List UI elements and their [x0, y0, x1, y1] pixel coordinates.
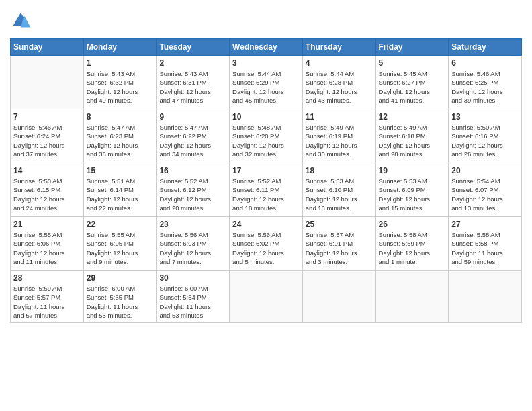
day-info: Sunrise: 5:43 AM Sunset: 6:32 PM Dayligh… [87, 69, 154, 105]
page: SundayMondayTuesdayWednesdayThursdayFrid… [0, 0, 532, 411]
calendar-week-row-1: 1Sunrise: 5:43 AM Sunset: 6:32 PM Daylig… [11, 56, 522, 109]
calendar-header-wednesday: Wednesday [230, 39, 303, 56]
day-info: Sunrise: 5:47 AM Sunset: 6:22 PM Dayligh… [159, 123, 226, 158]
calendar-cell-1-2: 1Sunrise: 5:43 AM Sunset: 6:32 PM Daylig… [83, 56, 157, 109]
day-info: Sunrise: 5:53 AM Sunset: 6:10 PM Dayligh… [306, 177, 373, 212]
day-info: Sunrise: 5:55 AM Sunset: 6:05 PM Dayligh… [87, 230, 154, 266]
calendar-week-row-3: 14Sunrise: 5:50 AM Sunset: 6:15 PM Dayli… [11, 163, 522, 217]
calendar-cell-3-2: 15Sunrise: 5:51 AM Sunset: 6:14 PM Dayli… [83, 163, 157, 217]
day-number: 3 [232, 58, 300, 68]
day-info: Sunrise: 5:47 AM Sunset: 6:23 PM Dayligh… [87, 123, 154, 158]
day-number: 25 [306, 220, 373, 229]
day-info: Sunrise: 5:46 AM Sunset: 6:24 PM Dayligh… [13, 123, 81, 158]
day-info: Sunrise: 5:53 AM Sunset: 6:09 PM Dayligh… [379, 177, 446, 212]
day-number: 29 [87, 273, 154, 283]
day-number: 19 [379, 166, 446, 175]
calendar-header-sunday: Sunday [11, 39, 84, 56]
day-number: 8 [87, 112, 154, 122]
calendar-cell-2-7: 13Sunrise: 5:50 AM Sunset: 6:16 PM Dayli… [449, 109, 522, 163]
calendar-cell-3-4: 17Sunrise: 5:52 AM Sunset: 6:11 PM Dayli… [230, 163, 303, 217]
day-number: 26 [379, 220, 446, 229]
day-number: 28 [13, 273, 81, 283]
day-info: Sunrise: 5:50 AM Sunset: 6:16 PM Dayligh… [451, 123, 519, 158]
day-info: Sunrise: 6:00 AM Sunset: 5:54 PM Dayligh… [159, 284, 226, 320]
calendar-cell-4-3: 23Sunrise: 5:56 AM Sunset: 6:03 PM Dayli… [157, 217, 230, 271]
day-info: Sunrise: 5:44 AM Sunset: 6:28 PM Dayligh… [306, 69, 373, 105]
day-info: Sunrise: 5:52 AM Sunset: 6:11 PM Dayligh… [232, 177, 300, 212]
calendar-week-row-2: 7Sunrise: 5:46 AM Sunset: 6:24 PM Daylig… [11, 109, 522, 163]
calendar-cell-2-3: 9Sunrise: 5:47 AM Sunset: 6:22 PM Daylig… [157, 109, 230, 163]
day-number: 7 [13, 112, 81, 122]
day-number: 10 [232, 112, 300, 122]
day-info: Sunrise: 5:59 AM Sunset: 5:57 PM Dayligh… [13, 284, 81, 320]
calendar-cell-4-5: 25Sunrise: 5:57 AM Sunset: 6:01 PM Dayli… [302, 217, 375, 271]
calendar-cell-5-7 [449, 271, 522, 323]
day-number: 22 [87, 220, 154, 229]
day-info: Sunrise: 5:54 AM Sunset: 6:07 PM Dayligh… [451, 177, 519, 212]
calendar-cell-1-6: 5Sunrise: 5:45 AM Sunset: 6:27 PM Daylig… [375, 56, 449, 109]
calendar-cell-5-5 [302, 271, 375, 323]
day-number: 27 [451, 220, 519, 229]
day-info: Sunrise: 5:49 AM Sunset: 6:18 PM Dayligh… [379, 123, 446, 158]
day-info: Sunrise: 5:45 AM Sunset: 6:27 PM Dayligh… [379, 69, 446, 105]
day-number: 14 [13, 166, 81, 175]
day-number: 20 [451, 166, 519, 175]
calendar-cell-5-2: 29Sunrise: 6:00 AM Sunset: 5:55 PM Dayli… [83, 271, 157, 323]
calendar-cell-5-4 [230, 271, 303, 323]
calendar-cell-2-4: 10Sunrise: 5:48 AM Sunset: 6:20 PM Dayli… [230, 109, 303, 163]
day-info: Sunrise: 5:56 AM Sunset: 6:03 PM Dayligh… [159, 230, 226, 266]
calendar-cell-5-1: 28Sunrise: 5:59 AM Sunset: 5:57 PM Dayli… [11, 271, 84, 323]
calendar-cell-5-6 [375, 271, 449, 323]
day-info: Sunrise: 5:50 AM Sunset: 6:15 PM Dayligh… [13, 177, 81, 212]
day-number: 5 [379, 58, 446, 68]
day-number: 12 [379, 112, 446, 122]
day-number: 24 [232, 220, 300, 229]
calendar-cell-2-5: 11Sunrise: 5:49 AM Sunset: 6:19 PM Dayli… [302, 109, 375, 163]
calendar-header-saturday: Saturday [449, 39, 522, 56]
calendar-cell-4-4: 24Sunrise: 5:56 AM Sunset: 6:02 PM Dayli… [230, 217, 303, 271]
calendar-cell-3-1: 14Sunrise: 5:50 AM Sunset: 6:15 PM Dayli… [11, 163, 84, 217]
day-number: 6 [451, 58, 519, 68]
calendar-table: SundayMondayTuesdayWednesdayThursdayFrid… [10, 38, 522, 323]
day-number: 2 [159, 58, 226, 68]
day-info: Sunrise: 5:49 AM Sunset: 6:19 PM Dayligh… [306, 123, 373, 158]
calendar-header-row: SundayMondayTuesdayWednesdayThursdayFrid… [11, 39, 522, 56]
day-info: Sunrise: 5:55 AM Sunset: 6:06 PM Dayligh… [13, 230, 81, 266]
day-number: 30 [159, 273, 226, 283]
calendar-cell-1-4: 3Sunrise: 5:44 AM Sunset: 6:29 PM Daylig… [230, 56, 303, 109]
calendar-cell-3-7: 20Sunrise: 5:54 AM Sunset: 6:07 PM Dayli… [449, 163, 522, 217]
calendar-cell-4-2: 22Sunrise: 5:55 AM Sunset: 6:05 PM Dayli… [83, 217, 157, 271]
day-number: 4 [306, 58, 373, 68]
day-number: 17 [232, 166, 300, 175]
calendar-header-monday: Monday [83, 39, 157, 56]
day-info: Sunrise: 5:57 AM Sunset: 6:01 PM Dayligh… [306, 230, 373, 266]
logo [10, 10, 34, 32]
day-number: 23 [159, 220, 226, 229]
calendar-week-row-5: 28Sunrise: 5:59 AM Sunset: 5:57 PM Dayli… [11, 271, 522, 323]
day-info: Sunrise: 5:52 AM Sunset: 6:12 PM Dayligh… [159, 177, 226, 212]
calendar-cell-2-2: 8Sunrise: 5:47 AM Sunset: 6:23 PM Daylig… [83, 109, 157, 163]
calendar-week-row-4: 21Sunrise: 5:55 AM Sunset: 6:06 PM Dayli… [11, 217, 522, 271]
calendar-cell-4-6: 26Sunrise: 5:58 AM Sunset: 5:59 PM Dayli… [375, 217, 449, 271]
day-number: 15 [87, 166, 154, 175]
calendar-cell-1-3: 2Sunrise: 5:43 AM Sunset: 6:31 PM Daylig… [157, 56, 230, 109]
day-number: 16 [159, 166, 226, 175]
day-number: 21 [13, 220, 81, 229]
day-number: 9 [159, 112, 226, 122]
day-info: Sunrise: 6:00 AM Sunset: 5:55 PM Dayligh… [87, 284, 154, 320]
day-info: Sunrise: 5:58 AM Sunset: 5:58 PM Dayligh… [451, 230, 519, 266]
day-number: 18 [306, 166, 373, 175]
day-number: 13 [451, 112, 519, 122]
calendar-cell-5-3: 30Sunrise: 6:00 AM Sunset: 5:54 PM Dayli… [157, 271, 230, 323]
calendar-cell-2-1: 7Sunrise: 5:46 AM Sunset: 6:24 PM Daylig… [11, 109, 84, 163]
day-info: Sunrise: 5:51 AM Sunset: 6:14 PM Dayligh… [87, 177, 154, 212]
header [10, 10, 522, 32]
day-number: 11 [306, 112, 373, 122]
calendar-header-thursday: Thursday [302, 39, 375, 56]
day-info: Sunrise: 5:58 AM Sunset: 5:59 PM Dayligh… [379, 230, 446, 266]
calendar-cell-3-5: 18Sunrise: 5:53 AM Sunset: 6:10 PM Dayli… [302, 163, 375, 217]
calendar-cell-2-6: 12Sunrise: 5:49 AM Sunset: 6:18 PM Dayli… [375, 109, 449, 163]
calendar-cell-3-6: 19Sunrise: 5:53 AM Sunset: 6:09 PM Dayli… [375, 163, 449, 217]
day-number: 1 [87, 58, 154, 68]
calendar-cell-4-7: 27Sunrise: 5:58 AM Sunset: 5:58 PM Dayli… [449, 217, 522, 271]
